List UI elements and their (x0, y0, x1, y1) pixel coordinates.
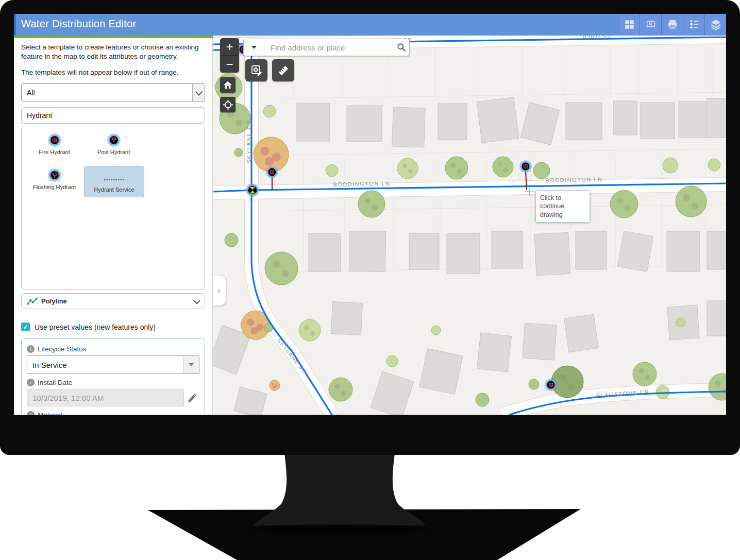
info-icon: i (27, 345, 35, 353)
fire-hydrant-icon (47, 132, 62, 148)
edit-gear-icon (250, 64, 263, 77)
edit-date-button[interactable] (184, 390, 199, 405)
geocoder-search (243, 39, 410, 56)
geometry-label: Polyline (41, 297, 194, 305)
lifecycle-status-select[interactable]: In Service (27, 355, 199, 374)
road (213, 184, 726, 193)
tree (234, 148, 243, 157)
layer-list-button[interactable] (704, 14, 726, 36)
monitor-stand (0, 453, 740, 560)
tree-detail (304, 325, 309, 330)
tree (270, 380, 280, 391)
search-button[interactable] (393, 39, 409, 56)
tree (708, 159, 720, 171)
chevron-down-icon (195, 88, 202, 95)
locate-icon (223, 100, 233, 110)
layer-filter-select[interactable]: All (21, 83, 205, 101)
hydrant-service-line-icon (103, 178, 126, 182)
building (667, 231, 700, 271)
building (707, 98, 726, 138)
template-item-post-hydrant[interactable]: Post Hydrant (84, 131, 143, 165)
tree-detail (265, 157, 274, 166)
panel-collapse-button[interactable]: ‹ (213, 276, 226, 306)
valve-marker[interactable] (246, 183, 259, 197)
info-icon: i (27, 411, 35, 415)
app-title: Water Distribution Editor (21, 18, 137, 30)
flushing-hydrant-icon (47, 167, 62, 183)
fire-hydrant-marker[interactable] (266, 166, 278, 178)
building (564, 314, 599, 352)
layers-icon (710, 19, 721, 30)
checkbox-checked-icon[interactable]: ✓ (21, 323, 30, 331)
fire-hydrant-marker[interactable] (545, 379, 557, 391)
tree (329, 378, 352, 401)
polyline-section-header[interactable]: Polyline (21, 293, 205, 309)
template-item-fire-hydrant[interactable]: Fire Hydrant (25, 131, 84, 165)
field-label-install-date: Install Date (38, 379, 73, 386)
header-accent-edge (14, 14, 16, 36)
layer-filter-value: All (22, 89, 192, 97)
tree (225, 233, 238, 247)
tree (533, 162, 550, 179)
select-arrow-box (192, 84, 205, 101)
building (492, 231, 523, 268)
building (576, 231, 607, 269)
info-icon: i (27, 379, 35, 386)
preset-values-panel: i Lifecycle Status In Service i Install … (21, 338, 205, 415)
grid-icon (624, 19, 635, 30)
locate-button[interactable] (220, 97, 236, 112)
tree (445, 157, 468, 179)
tree-detail (272, 383, 274, 386)
smart-editor-button[interactable] (245, 59, 267, 81)
tree-detail (273, 386, 276, 389)
search-source-dropdown-button[interactable] (244, 39, 264, 56)
home-button[interactable] (220, 77, 236, 93)
map-graphics: 83RD ST83RD STBODDINGTON LNBODDINGTON LN… (213, 36, 726, 415)
monitor-bezel: Water Distribution Editor Select a templ… (0, 0, 740, 455)
tree-detail (310, 331, 315, 336)
intro-text-2: The templates will not appear below if o… (21, 68, 205, 77)
template-item-label: Post Hydrant (97, 149, 130, 155)
tree (529, 379, 539, 389)
street-label: BODDINGTON LN (545, 176, 602, 183)
tree (633, 362, 657, 386)
fire-hydrant-marker[interactable] (519, 160, 532, 173)
post-hydrant-icon (106, 132, 122, 148)
tree-detail (402, 164, 407, 168)
tooltip-text: Click to continue drawing (540, 194, 564, 218)
zoom-out-button[interactable]: − (220, 56, 239, 73)
building (534, 232, 570, 275)
tree (493, 157, 513, 177)
tree (676, 186, 707, 217)
building (477, 97, 518, 143)
print-button[interactable] (661, 14, 683, 36)
intro-text-1: Select a template to create features or … (21, 43, 205, 61)
tree-detail (559, 374, 566, 381)
legend-button[interactable] (683, 14, 704, 36)
tree (397, 158, 418, 179)
tree-detail (715, 381, 720, 386)
building (447, 233, 480, 274)
template-item-hydrant-service[interactable]: Hydrant Service (84, 166, 144, 197)
zoom-in-button[interactable]: + (220, 38, 239, 56)
search-input[interactable] (264, 39, 393, 56)
template-item-label: Hydrant Service (94, 186, 134, 193)
tree (299, 319, 321, 341)
header-toolbar (618, 14, 726, 36)
field-label-lifecycle: Lifecycle Status (38, 345, 87, 353)
map-canvas[interactable]: 83RD ST83RD STBODDINGTON LNBODDINGTON LN… (213, 36, 726, 415)
tree (431, 326, 441, 335)
tree (676, 318, 685, 327)
tree-detail (273, 261, 280, 268)
tree (326, 164, 338, 177)
tree-detail (503, 168, 508, 173)
measurement-button[interactable] (272, 59, 294, 81)
building (641, 103, 675, 139)
basemap-gallery-button[interactable] (618, 14, 640, 36)
template-item-flushing-hydrant[interactable]: Flushing Hydrant (25, 166, 84, 200)
preset-checkbox-row[interactable]: ✓ Use preset values (new features only) (21, 323, 205, 331)
triangle-down-icon (189, 363, 194, 366)
template-search-input[interactable] (21, 107, 205, 124)
page: Water Distribution Editor Select a templ… (0, 0, 740, 560)
bookmarks-button[interactable] (640, 14, 661, 36)
